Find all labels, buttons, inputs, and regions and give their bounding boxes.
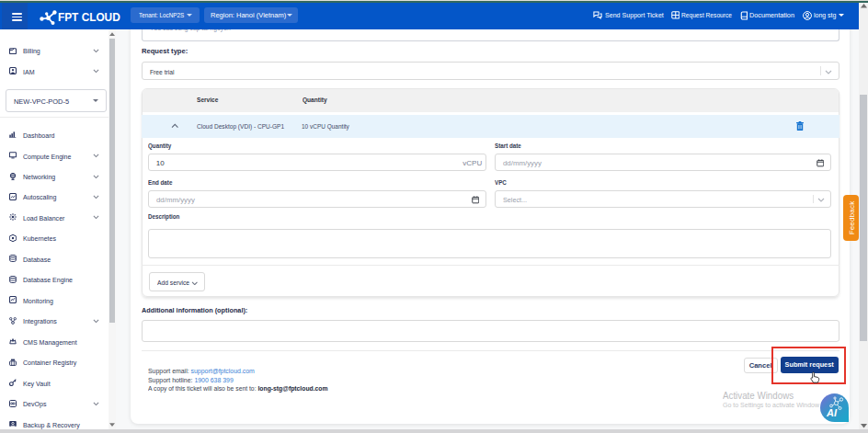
svg-text:AI: AI bbox=[826, 406, 838, 417]
